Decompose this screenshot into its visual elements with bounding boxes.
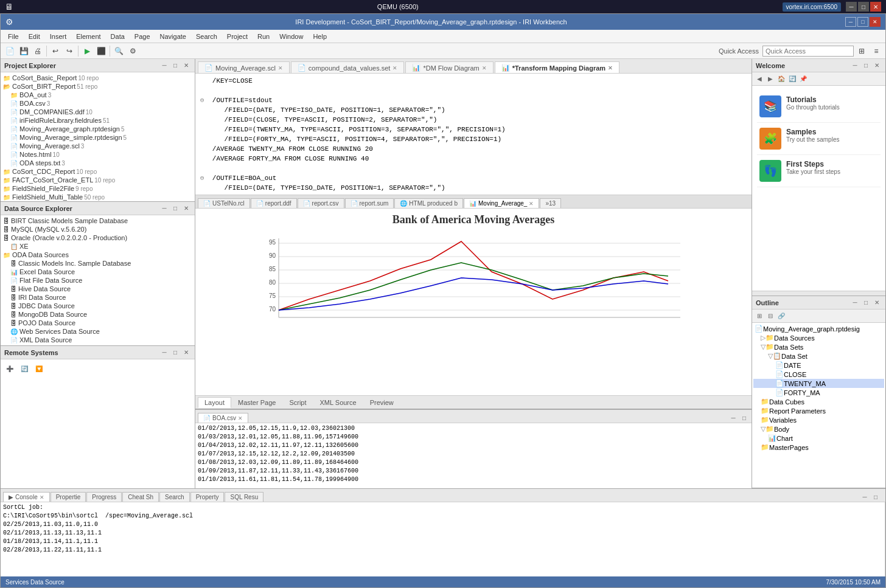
csv-content[interactable]: 01/02/2013,12.05,12.15,11.9,12.03,236021… <box>195 423 752 488</box>
ds-flat-file[interactable]: 📄 Flat File Data Source <box>2 276 194 285</box>
de-maximize-btn[interactable]: □ <box>170 204 180 213</box>
outline-data-sources[interactable]: ▷ 📁 Data Sources <box>753 333 884 342</box>
welcome-forward-btn[interactable]: ▶ <box>766 74 775 84</box>
file-tab-report-sum[interactable]: 📄 report.sum <box>345 198 394 208</box>
welcome-home-btn[interactable]: 🏠 <box>776 74 786 84</box>
ds-jdbc[interactable]: 🗄 JDBC Data Source <box>2 302 194 310</box>
outline-maximize-btn[interactable]: □ <box>861 298 871 308</box>
menu-search[interactable]: Search <box>191 32 222 41</box>
menu-window[interactable]: Window <box>274 32 308 41</box>
print-button[interactable]: 🖨 <box>31 44 44 58</box>
welcome-minimize-btn[interactable]: ─ <box>850 61 860 71</box>
perspective-button[interactable]: ⊞ <box>855 44 868 58</box>
file-tab-overflow[interactable]: »13 <box>540 198 561 208</box>
tab-preview[interactable]: Preview <box>363 397 400 408</box>
file-tab-moving-avg[interactable]: 📊 Moving_Average_ ✕ <box>464 198 539 208</box>
console-maximize-btn[interactable]: □ <box>871 492 881 502</box>
new-button[interactable]: 📄 <box>3 44 16 58</box>
menu-run[interactable]: Run <box>253 32 274 41</box>
tab-close-icon[interactable]: ✕ <box>529 201 534 207</box>
tab-close-btn[interactable]: ✕ <box>238 415 243 421</box>
ds-xe[interactable]: 📋 XE <box>2 242 194 251</box>
minimize-button[interactable]: ─ <box>846 2 857 12</box>
de-minimize-btn[interactable]: ─ <box>159 204 169 213</box>
tab-script[interactable]: Script <box>282 397 313 408</box>
pe-maximize-btn[interactable]: □ <box>170 61 180 71</box>
console-tab-cheat[interactable]: Cheat Sh <box>122 492 159 502</box>
tree-item-moving-avg-graph[interactable]: 📄 Moving_Average_graph.rptdesign 5 <box>2 125 194 133</box>
outline-data-sets[interactable]: ▽ 📁 Data Sets <box>753 342 884 351</box>
ds-pojo[interactable]: 🗄 POJO Data Source <box>2 319 194 327</box>
rs-add-btn[interactable]: ➕ <box>3 362 16 375</box>
ds-hive[interactable]: 🗄 Hive Data Source <box>2 285 194 293</box>
outline-sync-btn[interactable]: 🔗 <box>776 311 786 321</box>
menu-project[interactable]: Project <box>222 32 253 41</box>
file-tab-ustelno[interactable]: 📄 USTelNo.rcl <box>198 198 250 208</box>
file-tab-report-ddf[interactable]: 📄 report.ddf <box>251 198 297 208</box>
menu-insert[interactable]: Insert <box>45 32 72 41</box>
outline-dataset[interactable]: ▽ 📋 Data Set <box>753 351 884 361</box>
file-tab-report-csv[interactable]: 📄 report.csv <box>298 198 344 208</box>
outline-data-cubes[interactable]: 📁 Data Cubes <box>753 397 884 406</box>
outline-minimize-btn[interactable]: ─ <box>850 298 860 308</box>
tree-item-fieldshield-multi[interactable]: 📁 FieldShield_Multi_Table 50 repo <box>2 193 194 201</box>
csv-minimize-btn[interactable]: ─ <box>728 413 738 423</box>
rs-refresh-btn[interactable]: 🔄 <box>18 362 31 375</box>
console-tab-property[interactable]: Property <box>190 492 225 502</box>
tree-item-boa-out[interactable]: 📁 BOA_out 3 <box>2 91 194 99</box>
ds-classic-models[interactable]: 🗄 Classic Models Inc. Sample Database <box>2 259 194 268</box>
tree-item-boa-csv[interactable]: 📄 BOA.csv 3 <box>2 99 194 108</box>
tree-item-fieldshield-file2file[interactable]: 📁 FieldShield_File2File 9 repo <box>2 184 194 193</box>
console-minimize-btn[interactable]: ─ <box>860 492 870 502</box>
de-close-btn[interactable]: ✕ <box>181 204 191 213</box>
ds-birt-classic[interactable]: 🗄 BIRT Classic Models Sample Database <box>2 216 194 225</box>
tree-item-oda-steps[interactable]: 📄 ODA steps.txt 3 <box>2 159 194 167</box>
tree-item-cosort-basic[interactable]: 📁 CoSort_Basic_Report 10 repo <box>2 74 194 82</box>
ds-oda[interactable]: 📁 ODA Data Sources <box>2 251 194 259</box>
close-button[interactable]: ✕ <box>870 2 881 12</box>
outline-date[interactable]: 📄 DATE <box>753 361 884 370</box>
tab-layout[interactable]: Layout <box>198 397 231 408</box>
tab-close-btn[interactable]: ✕ <box>482 65 487 71</box>
tab-close-btn[interactable]: ✕ <box>392 65 397 71</box>
outline-variables[interactable]: 📁 Variables <box>753 415 884 424</box>
tree-item-notes[interactable]: 📄 Notes.html 10 <box>2 150 194 159</box>
menu-page[interactable]: Page <box>130 32 155 41</box>
ds-oracle[interactable]: 🗄 Oracle (Oracle v.0.2.0.2.0 - Productio… <box>2 233 194 242</box>
tab-transform-mapping[interactable]: 📊 *Transform Mapping Diagram ✕ <box>495 61 619 73</box>
ds-webservices[interactable]: 🌐 Web Services Data Source <box>2 327 194 336</box>
outline-chart[interactable]: 📊 Chart <box>753 434 884 443</box>
file-tab-html[interactable]: 🌐 HTML produced b <box>394 198 463 208</box>
ds-mysql[interactable]: 🗄 MySQL (MySQL v.5.6.20) <box>2 225 194 233</box>
welcome-refresh-btn[interactable]: 🔄 <box>787 74 797 84</box>
eclipse-minimize-btn[interactable]: ─ <box>845 17 856 27</box>
bottom-tab-boa-csv[interactable]: 📄 BOA.csv ✕ <box>198 413 248 423</box>
welcome-firststeps[interactable]: 👣 First Steps Take your first steps <box>757 155 881 187</box>
eclipse-maximize-btn[interactable]: □ <box>857 17 868 27</box>
tree-item-dm-companies[interactable]: 📄 DM_COMPANIES.ddf 10 <box>2 108 194 116</box>
rs-filter-btn[interactable]: 🔽 <box>32 362 46 375</box>
csv-maximize-btn[interactable]: □ <box>739 413 749 423</box>
menu-file[interactable]: File <box>3 32 24 41</box>
rs-maximize-btn[interactable]: □ <box>170 348 180 358</box>
outline-collapse-btn[interactable]: ⊟ <box>766 311 775 321</box>
welcome-maximize-btn[interactable]: □ <box>861 61 871 71</box>
settings-button[interactable]: ⚙ <box>126 44 139 58</box>
menu-edit[interactable]: Edit <box>24 32 45 41</box>
menu-element[interactable]: Element <box>71 32 105 41</box>
outline-expand-btn[interactable]: ⊞ <box>755 311 764 321</box>
ds-xml[interactable]: 📄 XML Data Source <box>2 336 194 344</box>
quick-access-input[interactable] <box>762 46 854 57</box>
redo-button[interactable]: ↪ <box>63 44 76 58</box>
console-output[interactable]: SortCL job: C:\IRI\CoSort95\bin\sortcl /… <box>1 502 885 576</box>
ds-mongodb[interactable]: 🗄 MongoDB Data Source <box>2 310 194 319</box>
pe-minimize-btn[interactable]: ─ <box>159 61 169 71</box>
tab-close-btn[interactable]: ✕ <box>608 65 613 71</box>
tab-dm-flow[interactable]: 📊 *DM Flow Diagram ✕ <box>405 61 493 73</box>
outline-body[interactable]: ▽ 📁 Body <box>753 424 884 434</box>
welcome-tutorials[interactable]: 📚 Tutorials Go through tutorials <box>757 91 881 123</box>
code-content[interactable]: /KEY=CLOSE ⊖ /OUTFILE=stdout /FIELD=(DAT… <box>195 74 752 195</box>
eclipse-close-btn[interactable]: ✕ <box>870 17 881 27</box>
tab-master-page[interactable]: Master Page <box>231 397 282 408</box>
tab-close-btn[interactable]: ✕ <box>278 65 283 71</box>
